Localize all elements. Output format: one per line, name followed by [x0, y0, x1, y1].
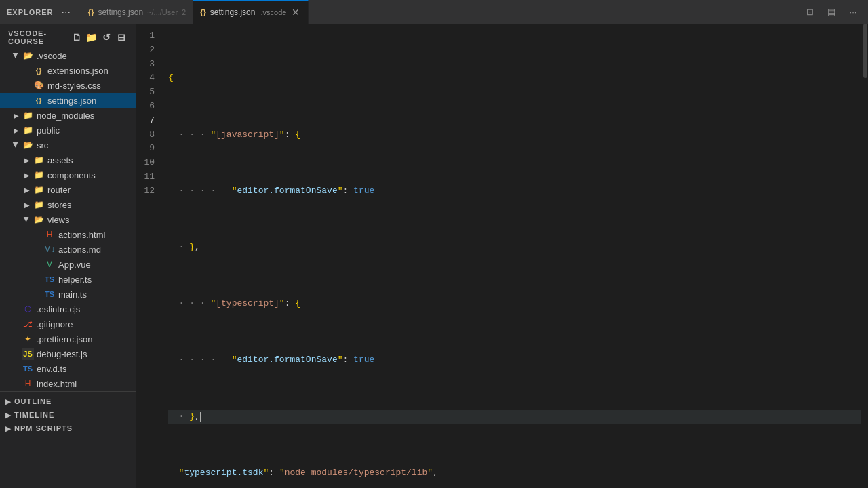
extensions-json-icon: {} [33, 64, 45, 77]
sidebar-item-public[interactable]: ▶ 📁 public [0, 123, 136, 138]
actions-md-icon: M↓ [43, 243, 56, 256]
app-vue-icon: V [43, 258, 56, 270]
sidebar-item-main-ts[interactable]: ▶ TS main.ts [0, 287, 136, 302]
code-line-8: "typescript.tsdk": "node_modules/typescr… [168, 466, 868, 481]
components-icon: 📁 [33, 169, 45, 181]
sidebar-item-views[interactable]: ▶ 📂 views [0, 212, 136, 227]
ln-12: 12 [136, 184, 163, 199]
editor-scrollbar[interactable] [861, 24, 868, 488]
new-file-icon[interactable]: 🗋 [71, 31, 83, 43]
debug-test-label: debug-test.js [37, 349, 87, 359]
env-d-ts-label: env.d.ts [37, 364, 67, 374]
sidebar-item-stores[interactable]: ▶ 📁 stores [0, 197, 136, 212]
sidebar-item-vscode[interactable]: ▶ 📂 .vscode [0, 48, 136, 63]
layout-button[interactable]: ▤ [823, 4, 840, 20]
arrow-src: ▶ [11, 140, 22, 150]
sidebar-item-components[interactable]: ▶ 📁 components [0, 167, 136, 182]
outline-arrow: ▶ [5, 398, 12, 405]
gitignore-icon: ⎇ [22, 318, 34, 330]
views-icon: 📂 [33, 214, 45, 226]
more-actions-button[interactable]: ··· [845, 4, 861, 20]
sidebar-item-helper-ts[interactable]: ▶ TS helper.ts [0, 272, 136, 287]
npm-scripts-arrow: ▶ [5, 425, 12, 432]
tab2-path: .vscode [260, 8, 286, 16]
sidebar-item-src[interactable]: ▶ 📂 src [0, 138, 136, 152]
node-modules-icon: 📁 [22, 109, 34, 121]
sidebar-item-actions-html[interactable]: ▶ H actions.html [0, 227, 136, 242]
code-line-2: · · · "[javascript]": { [168, 128, 868, 142]
ln-6: 6 [136, 100, 163, 114]
ln-9: 9 [136, 142, 163, 156]
sidebar-item-actions-md[interactable]: ▶ M↓ actions.md [0, 242, 136, 257]
folder-vscode-icon: 📂 [22, 49, 34, 62]
sidebar-item-router[interactable]: ▶ 📁 router [0, 182, 136, 197]
sidebar-item-debug-test[interactable]: ▶ JS debug-test.js [0, 346, 136, 361]
stores-label: stores [47, 200, 71, 210]
sidebar: VSCODE-COURSE 🗋 📁 ↺ ⊟ ▶ 📂 .vscode ▶ {} e… [0, 24, 136, 488]
tab-settings-user[interactable]: {} settings.json ~/.../User 2 [81, 0, 193, 24]
line-numbers: 1 2 3 4 5 6 7 8 9 10 11 12 [136, 24, 163, 488]
new-folder-icon[interactable]: 📁 [85, 31, 98, 43]
titlebar-more-icon[interactable]: ··· [62, 6, 71, 18]
settings-json-label: settings.json [47, 96, 96, 106]
app-vue-label: App.vue [58, 260, 91, 270]
actions-md-label: actions.md [58, 245, 101, 255]
tab2-close-icon[interactable]: ✕ [290, 7, 301, 18]
npm-scripts-panel-header[interactable]: ▶ NPM SCRIPTS [0, 422, 136, 435]
actions-html-icon: H [43, 228, 56, 241]
arrow-router: ▶ [22, 184, 33, 195]
editor-content: 1 2 3 4 5 6 7 8 9 10 11 12 { · · · "[jav… [136, 24, 868, 488]
index-html-label: index.html [37, 379, 77, 389]
code-line-4: · }, [168, 241, 868, 255]
assets-icon: 📁 [33, 154, 45, 166]
sidebar-item-index-html[interactable]: ▶ H index.html [0, 376, 136, 391]
code-area[interactable]: { · · · "[javascript]": { · · · · "edito… [163, 24, 868, 488]
arrow-assets: ▶ [22, 155, 33, 165]
sidebar-header: VSCODE-COURSE 🗋 📁 ↺ ⊟ [0, 24, 136, 48]
sidebar-item-extensions-json[interactable]: ▶ {} extensions.json [0, 63, 136, 78]
sidebar-item-node-modules[interactable]: ▶ 📁 node_modules [0, 108, 136, 123]
code-line-7: · }, [168, 410, 868, 424]
explorer-label: EXPLORER [7, 8, 54, 16]
sidebar-item-md-styles[interactable]: ▶ 🎨 md-styles.css [0, 78, 136, 93]
main-ts-label: main.ts [58, 289, 87, 300]
helper-ts-label: helper.ts [58, 274, 92, 285]
arrow-views: ▶ [22, 214, 33, 225]
sidebar-item-eslintrc[interactable]: ▶ ⬡ .eslintrc.cjs [0, 302, 136, 317]
sidebar-item-assets[interactable]: ▶ 📁 assets [0, 152, 136, 167]
gitignore-label: .gitignore [37, 319, 73, 329]
titlebar: EXPLORER ··· {} settings.json ~/.../User… [0, 0, 868, 24]
sidebar-item-settings-json[interactable]: ▶ {} settings.json [0, 93, 136, 108]
public-label: public [37, 125, 60, 136]
collapse-all-icon[interactable]: ⊟ [115, 31, 127, 43]
tab1-label: settings.json [98, 7, 143, 17]
ln-10: 10 [136, 156, 163, 170]
outline-panel-header[interactable]: ▶ OUTLINE [0, 394, 136, 408]
editor-scrollbar-thumb [863, 24, 867, 78]
env-d-ts-icon: TS [22, 363, 34, 375]
sidebar-item-gitignore[interactable]: ▶ ⎇ .gitignore [0, 317, 136, 331]
ln-8: 8 [136, 128, 163, 142]
code-line-6: · · · · "editor.formatOnSave": true [168, 353, 868, 367]
code-line-3: · · · · "editor.formatOnSave": true [168, 184, 868, 199]
tab-settings-vscode[interactable]: {} settings.json .vscode ✕ [193, 0, 309, 24]
tab1-path: ~/.../User [147, 8, 178, 16]
assets-label: assets [47, 155, 73, 165]
titlebar-actions: ⊡ ▤ ··· [802, 4, 861, 20]
eslintrc-icon: ⬡ [22, 303, 34, 315]
sidebar-item-app-vue[interactable]: ▶ V App.vue [0, 257, 136, 272]
refresh-icon[interactable]: ↺ [100, 31, 113, 43]
src-icon: 📂 [22, 139, 34, 151]
md-styles-label: md-styles.css [47, 81, 101, 91]
node-modules-label: node_modules [37, 110, 94, 121]
sidebar-item-prettierrc[interactable]: ▶ ✦ .prettierrc.json [0, 331, 136, 346]
timeline-arrow: ▶ [5, 411, 12, 419]
split-editor-button[interactable]: ⊡ [802, 4, 818, 20]
editor-area[interactable]: 1 2 3 4 5 6 7 8 9 10 11 12 { · · · "[jav… [136, 24, 868, 488]
src-label: src [37, 140, 48, 150]
arrow-public: ▶ [11, 125, 22, 136]
sidebar-item-env-d-ts[interactable]: ▶ TS env.d.ts [0, 361, 136, 376]
tab1-path-num: 2 [182, 8, 186, 16]
debug-test-icon: JS [22, 348, 34, 360]
timeline-panel-header[interactable]: ▶ TIMELINE [0, 408, 136, 422]
